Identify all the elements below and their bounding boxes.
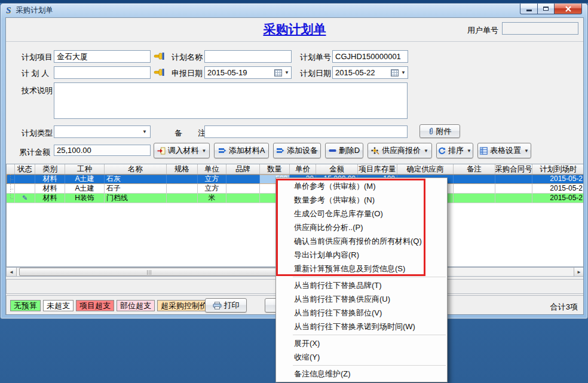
context-menu-item[interactable]: 展开(X)	[276, 336, 447, 350]
plan-no-input[interactable]	[332, 50, 408, 63]
column-header-12[interactable]: 备注	[454, 164, 495, 174]
context-menu-item[interactable]: 从当前行往下替换部位(V)	[276, 306, 447, 320]
column-header-8[interactable]: 单价	[290, 164, 316, 174]
grid-cell[interactable]: 2015-05-2	[532, 184, 584, 193]
grid-cell[interactable]	[454, 174, 495, 183]
grid-cell[interactable]	[226, 184, 260, 193]
grid-cell[interactable]: 立方	[198, 184, 226, 193]
plan-project-input[interactable]	[54, 50, 151, 63]
pick-planner-icon[interactable]	[154, 68, 165, 76]
column-header-4[interactable]: 规格	[167, 164, 198, 174]
maximize-button[interactable]	[538, 4, 555, 14]
context-menu-item[interactable]: 单价参考（供审核）(M)	[276, 179, 447, 193]
grid-cell[interactable]	[454, 194, 495, 203]
context-menu-item[interactable]: 生成公司仓库总库存量(O)	[276, 207, 447, 220]
context-menu-item[interactable]: 收缩(Y)	[276, 350, 447, 364]
add-equipment-button[interactable]: 添加设备	[273, 143, 321, 158]
plan-type-select[interactable]: ▼	[54, 125, 151, 138]
grid-cell[interactable]: 石子	[105, 184, 167, 193]
column-header-11[interactable]: 确定供应商	[397, 164, 454, 174]
column-header-9[interactable]: 金额	[316, 164, 358, 174]
minimize-button[interactable]	[520, 4, 538, 14]
tree-expander[interactable]	[7, 184, 15, 193]
context-menu-item[interactable]: 供应商比价分析..(P)	[276, 220, 447, 234]
scroll-right-button[interactable]: ►	[574, 268, 584, 276]
tech-note-label: 技术说明	[22, 85, 53, 96]
scroll-left-button[interactable]: ◄	[7, 268, 17, 276]
grid-cell[interactable]: A土建	[65, 174, 105, 183]
grid-cell[interactable]: 门档线	[105, 194, 167, 203]
grid-cell[interactable]: 米	[198, 194, 226, 203]
total-count-label: 合计3项	[550, 302, 578, 312]
grid-cell[interactable]	[495, 194, 532, 203]
grid-cell[interactable]: 材料	[35, 194, 65, 203]
print-button[interactable]: 打印	[205, 298, 247, 312]
plan-name-input[interactable]	[204, 50, 292, 63]
table-settings-button[interactable]: 表格设置 ▼	[477, 143, 531, 158]
tree-expander[interactable]	[7, 194, 15, 203]
context-menu-item[interactable]: 确认当前供应商有报价的所有材料(Q)	[276, 234, 447, 248]
grid-cell[interactable]: 材料	[35, 184, 65, 193]
grid-cell[interactable]: 2015-05-2	[532, 194, 584, 203]
scrollbar-thumb[interactable]	[19, 268, 280, 276]
chevron-down-icon: ▼	[142, 129, 147, 134]
pick-project-icon[interactable]	[154, 52, 165, 60]
grid-cell[interactable]	[15, 184, 35, 193]
grid-cell[interactable]: H装饰	[65, 194, 105, 203]
add-material-button[interactable]: 添加材料A	[214, 143, 269, 158]
attachment-button[interactable]: 附件	[419, 124, 460, 138]
declare-date-field[interactable]: 2015-05-19 ▼	[204, 66, 292, 79]
menu-separator	[293, 277, 446, 277]
supplier-quote-button[interactable]: 供应商报价 ▼	[368, 143, 432, 158]
grid-cell[interactable]: 材料	[35, 174, 65, 183]
grid-cell[interactable]	[167, 184, 198, 193]
column-header-6[interactable]: 品牌	[226, 164, 260, 174]
column-header-1[interactable]: 类别	[35, 164, 65, 174]
grid-cell[interactable]	[454, 184, 495, 193]
context-menu-item[interactable]: 数量参考（供审核）(N)	[276, 193, 447, 207]
sort-button[interactable]: 排序 ▼	[436, 143, 473, 158]
grid-cell[interactable]	[495, 174, 532, 183]
column-header-3[interactable]: 名称	[105, 164, 167, 174]
grid-cell[interactable]	[15, 174, 35, 183]
grid-cell[interactable]	[226, 174, 260, 183]
context-menu-item[interactable]: 从当前行往下替换承诺到场时间(W)	[276, 320, 447, 333]
button-label: 添加材料A	[229, 145, 265, 156]
planner-input[interactable]	[54, 66, 151, 79]
context-menu-item[interactable]: 重新计算预算信息及到货信息(S)	[276, 262, 447, 275]
chevron-down-icon: ▼	[467, 148, 471, 154]
plan-date-value: 2015-05-22	[335, 68, 391, 77]
plan-date-field[interactable]: 2015-05-22 ▼	[332, 66, 408, 79]
column-header-5[interactable]: 单位	[198, 164, 226, 174]
legend-chip: 无预算	[10, 300, 41, 311]
column-header-7[interactable]: 数量	[260, 164, 290, 174]
grid-cell[interactable]: 立方	[198, 174, 226, 183]
tech-note-textarea[interactable]	[54, 82, 408, 119]
delete-button[interactable]: 删除D	[325, 143, 363, 158]
grid-cell[interactable]	[167, 174, 198, 183]
user-no-input[interactable]	[502, 22, 578, 35]
import-material-button[interactable]: 调入材料 ▼	[154, 143, 210, 158]
grid-cell[interactable]	[495, 184, 532, 193]
grid-cell[interactable]: ✎	[15, 194, 35, 203]
column-header-10[interactable]: 项目库存量	[358, 164, 397, 174]
grid-cell[interactable]: 2015-05-2	[532, 174, 584, 183]
close-button[interactable]	[555, 4, 582, 14]
total-amount-value	[54, 145, 151, 156]
grid-cell[interactable]	[226, 194, 260, 203]
grid-cell[interactable]: A土建	[65, 184, 105, 193]
context-menu-item[interactable]: 从当前行往下替换品牌(T)	[276, 278, 447, 292]
column-header-0[interactable]: 状态	[15, 164, 35, 174]
tree-expander[interactable]	[7, 174, 15, 183]
column-header-14[interactable]: 计划到场时	[532, 164, 584, 174]
add-equipment-icon	[276, 147, 284, 154]
context-menu-item[interactable]: 备注信息维护(Z)	[276, 367, 447, 381]
grid-cell[interactable]: 石灰	[105, 174, 167, 183]
calendar-icon	[274, 69, 282, 76]
context-menu-item[interactable]: 导出计划单内容(R)	[276, 248, 447, 262]
grid-cell[interactable]	[167, 194, 198, 203]
context-menu-item[interactable]: 从当前行往下替换供应商(U)	[276, 292, 447, 306]
column-header-13[interactable]: 采购合同号	[495, 164, 532, 174]
column-header-2[interactable]: 工种	[65, 164, 105, 174]
remark-input[interactable]	[204, 125, 408, 138]
